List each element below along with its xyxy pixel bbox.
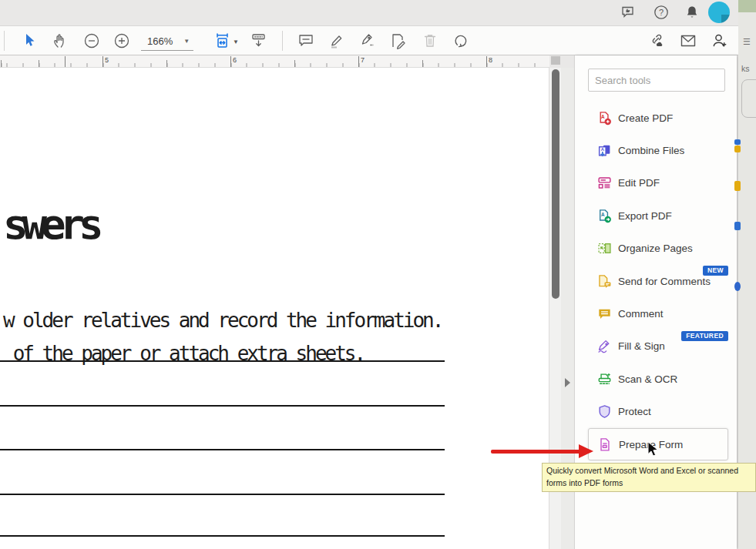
chevron-down-icon: ▼ <box>183 38 190 45</box>
svg-text:?: ? <box>659 8 664 17</box>
search-tools-input[interactable] <box>588 69 725 92</box>
notifications-icon[interactable] <box>684 4 701 21</box>
toolbar-divider <box>4 31 5 51</box>
ruler-number: 7 <box>361 56 365 64</box>
help-icon[interactable]: ? <box>653 4 670 21</box>
occluded-icon-fragment <box>734 146 741 152</box>
create-pdf-icon: A <box>597 111 612 126</box>
occluded-icon-fragment <box>734 222 741 230</box>
mouse-cursor <box>647 441 660 462</box>
tool-item-label: Comment <box>618 308 664 320</box>
title-bar: ? <box>0 0 756 25</box>
select-tool-icon[interactable] <box>20 32 39 50</box>
export-pdf-icon: A <box>597 209 612 223</box>
document-heading-fragment: swers <box>3 200 98 249</box>
new-badge: NEW <box>703 266 728 276</box>
annotation-arrow-shaft <box>491 450 580 454</box>
redo-tool-icon[interactable] <box>452 32 470 50</box>
highlight-tool-icon[interactable] <box>328 32 346 50</box>
tool-item-create-pdf[interactable]: A Create PDF <box>588 102 728 134</box>
protect-icon <box>597 404 612 419</box>
tool-item-label: Create PDF <box>618 112 673 124</box>
add-account-icon[interactable] <box>710 32 728 50</box>
occluded-icon-fragment <box>734 181 741 191</box>
annotation-arrow-head <box>579 444 593 458</box>
tooltip: Quickly convert Microsoft Word and Excel… <box>542 463 756 492</box>
ruler-inch-ticks <box>0 56 549 67</box>
toolbar-divider <box>282 31 283 51</box>
sign-tool-icon[interactable] <box>358 32 377 50</box>
occluded-icon-fragment <box>734 139 741 145</box>
tool-item-label: Organize Pages <box>618 243 693 254</box>
hand-tool-icon[interactable] <box>51 32 69 50</box>
prepare-form-icon <box>598 437 613 452</box>
tool-item-label: Fill & Sign <box>618 340 665 352</box>
scrollbar-thumb[interactable] <box>552 69 559 299</box>
acrobat-window: ? 166% ▼ ▼ <box>0 0 756 549</box>
scrollbar-corner <box>551 56 560 65</box>
expand-panel-arrow-icon[interactable] <box>565 378 570 387</box>
background-window-fragment <box>738 0 756 12</box>
tool-item-combine-files[interactable]: A Combine Files <box>588 134 728 166</box>
fill-and-sign-icon <box>597 339 612 353</box>
tool-item-organize-pages[interactable]: Organize Pages <box>588 233 728 265</box>
svg-text:A: A <box>601 114 605 119</box>
document-page: swers w older relatives and record the i… <box>0 68 549 549</box>
send-for-comments-icon <box>597 274 612 289</box>
tool-item-label: Export PDF <box>618 210 672 222</box>
annotation-arrow <box>491 444 595 459</box>
scan-ocr-icon <box>597 372 612 387</box>
account-avatar[interactable] <box>708 2 730 23</box>
ruler-number: 6 <box>233 56 237 64</box>
tool-item-label: Edit PDF <box>618 177 660 189</box>
feedback-icon[interactable] <box>620 4 637 21</box>
tool-item-send-for-comments[interactable]: Send for Comments NEW <box>588 265 728 297</box>
menu-icon: ☰ <box>743 37 751 47</box>
writing-line <box>0 405 445 407</box>
comment-tool-icon[interactable] <box>297 32 315 50</box>
quick-tools-bar: 166% ▼ ▼ <box>0 25 756 55</box>
svg-text:A: A <box>601 212 605 217</box>
writing-line <box>0 535 445 537</box>
zoom-level-value: 166% <box>147 35 173 47</box>
zoom-in-icon[interactable] <box>113 32 131 50</box>
partial-label: ks <box>741 64 750 73</box>
tool-item-label: Protect <box>618 406 651 417</box>
horizontal-ruler: 5 6 7 8 <box>0 55 549 68</box>
tools-list: A Create PDF A Combine Files Edit PDF A <box>588 102 728 460</box>
scroll-mode-icon[interactable] <box>250 32 268 50</box>
tool-item-label: Scan & OCR <box>618 373 677 385</box>
tool-item-export-pdf[interactable]: A Export PDF <box>588 199 728 232</box>
delete-tool-icon[interactable] <box>421 32 439 50</box>
tool-item-edit-pdf[interactable]: Edit PDF <box>588 167 728 199</box>
featured-badge: FEATURED <box>681 331 728 342</box>
tool-item-protect[interactable]: Protect <box>588 396 728 428</box>
occluded-icon-fragment <box>734 282 741 291</box>
tool-item-scan-ocr[interactable]: Scan & OCR <box>588 363 728 395</box>
ruler-number: 5 <box>105 56 109 64</box>
occluded-button-outline <box>741 79 756 118</box>
comment-icon <box>597 306 612 321</box>
ruler-number: 8 <box>489 56 492 64</box>
fit-width-icon[interactable] <box>214 32 233 50</box>
document-body-line: w older relatives and record the informa… <box>3 309 442 332</box>
tool-item-fill-and-sign[interactable]: Fill & Sign FEATURED <box>588 330 728 363</box>
email-icon[interactable] <box>679 32 697 50</box>
edit-pdf-icon <box>597 176 612 190</box>
writing-line <box>0 449 445 450</box>
writing-line <box>0 494 445 495</box>
organize-pages-icon <box>597 241 612 256</box>
tool-item-comment[interactable]: Comment <box>588 297 728 330</box>
zoom-level-control[interactable]: 166% ▼ <box>141 32 193 51</box>
writing-line <box>0 360 445 362</box>
share-link-icon[interactable] <box>647 32 666 50</box>
zoom-out-icon[interactable] <box>82 32 101 50</box>
edit-page-tool-icon[interactable] <box>389 32 408 50</box>
combine-files-icon: A <box>597 143 612 158</box>
tool-item-label: Combine Files <box>618 145 684 156</box>
tool-item-label: Send for Comments <box>618 276 711 287</box>
chevron-down-icon[interactable]: ▼ <box>233 38 239 45</box>
